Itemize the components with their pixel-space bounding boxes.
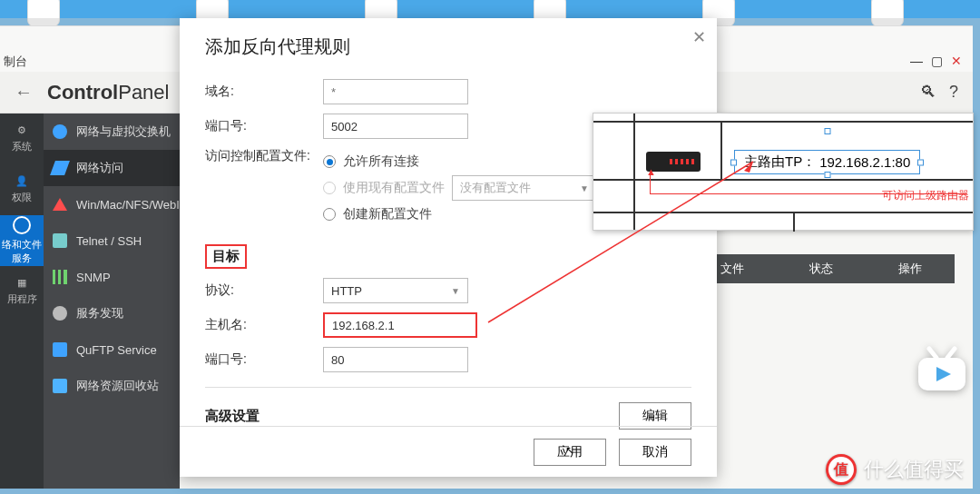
sidebar-item-snmp[interactable]: SNMP [44, 259, 180, 295]
existing-profile-select: 没有配置文件▼ [452, 175, 597, 201]
radio-icon [323, 208, 336, 221]
rail-item-network-services[interactable]: 络和文件 服务 [0, 215, 44, 266]
net-icon [50, 161, 70, 175]
sidebar-item-netaccess[interactable]: 网络访问 [44, 150, 180, 186]
target-port-label: 端口号: [205, 351, 323, 368]
close-icon[interactable]: ✕ [692, 27, 706, 47]
gear-icon: ⚙ [17, 124, 26, 136]
svg-line-3 [929, 349, 936, 358]
triangle-icon [53, 198, 67, 211]
rail-item-permission[interactable]: 👤权限 [0, 164, 44, 215]
target-port-input[interactable] [323, 347, 468, 372]
ftp-icon [53, 342, 67, 357]
sidebar-item-recycle[interactable]: 网络资源回收站 [44, 368, 180, 404]
apps-icon: ▦ [17, 277, 26, 289]
page-title: ControlPanel [47, 81, 169, 104]
host-label: 主机名: [205, 317, 323, 333]
sidebar-item-telnet[interactable]: Telnet / SSH [44, 222, 180, 259]
globe-icon [53, 124, 67, 139]
advanced-section-title: 高级设置 [205, 408, 260, 425]
host-input[interactable] [323, 312, 477, 338]
chevron-down-icon: ▼ [451, 286, 460, 296]
watermark-badge: 值 [826, 454, 857, 485]
sidebar-item-vswitch[interactable]: 网络与虚拟交换机 [44, 114, 180, 150]
left-rail: ⚙系统 👤权限 络和文件 服务 ▦用程序 [0, 114, 44, 489]
sidebar-item-fileprotocols[interactable]: Win/Mac/NFS/WebI [44, 186, 180, 222]
diagram-note: 可访问上级路由器 [882, 188, 969, 203]
target-section-title: 目标 [205, 244, 691, 269]
network-diagram: 主路由TP：192.168.2.1:80 ▲ 可访问上级路由器 [593, 113, 974, 231]
radio-icon [323, 182, 336, 194]
protocol-select[interactable]: HTTP▼ [323, 278, 468, 303]
rail-item-apps[interactable]: ▦用程序 [0, 266, 44, 317]
port-input[interactable] [323, 114, 468, 139]
cursor-icon: ↖ [565, 444, 574, 457]
back-icon[interactable]: ← [15, 82, 33, 103]
maximize-icon[interactable]: ▢ [929, 54, 944, 68]
cancel-button[interactable]: 取消 [619, 439, 691, 466]
apply-button[interactable]: 应用↖ [534, 439, 606, 466]
minimize-icon[interactable]: — [909, 54, 924, 68]
window-title-fragment: 制台 [4, 54, 27, 70]
radar-icon [53, 306, 67, 321]
rail-item-system[interactable]: ⚙系统 [0, 114, 44, 164]
table-header: 文件 状态 操作 [688, 254, 955, 283]
domain-input[interactable] [323, 79, 468, 104]
dialog-title: 添加反向代理规则 [180, 18, 717, 63]
sidebar: 网络与虚拟交换机 网络访问 Win/Mac/NFS/WebI Telnet / … [44, 114, 180, 489]
watermark-text: 什么值得买 [864, 456, 964, 483]
acl-label: 访问控制配置文件: [205, 148, 323, 164]
bars-icon [53, 270, 67, 284]
search-icon[interactable]: 🔍︎ [920, 83, 936, 102]
radio-icon [323, 155, 336, 168]
arrow-up-icon: ▲ [646, 166, 656, 177]
window-controls: — ▢ ✕ [909, 54, 964, 68]
domain-label: 域名: [205, 84, 323, 100]
trash-icon [53, 379, 67, 393]
close-icon[interactable]: ✕ [949, 54, 964, 68]
help-icon[interactable]: ? [949, 83, 958, 102]
video-icon[interactable] [913, 345, 971, 394]
globe-icon [13, 216, 31, 234]
reverse-proxy-dialog: ✕ 添加反向代理规则 域名: 端口号: 访问控制配置文件: 允许所有连接 使用现… [180, 18, 717, 477]
col-action: 操作 [866, 261, 955, 277]
port-label: 端口号: [205, 118, 323, 134]
user-icon: 👤 [15, 175, 28, 187]
system-tray [0, 0, 980, 16]
protocol-label: 协议: [205, 282, 323, 299]
svg-line-4 [947, 349, 955, 358]
watermark: 值 什么值得买 [826, 454, 964, 485]
router-label: 主路由TP：192.168.2.1:80 [734, 150, 920, 174]
chevron-down-icon: ▼ [580, 183, 589, 193]
sidebar-item-discovery[interactable]: 服务发现 [44, 295, 180, 331]
sidebar-item-quftp[interactable]: QuFTP Service [44, 331, 180, 368]
col-status: 状态 [777, 261, 866, 277]
terminal-icon [53, 233, 67, 248]
